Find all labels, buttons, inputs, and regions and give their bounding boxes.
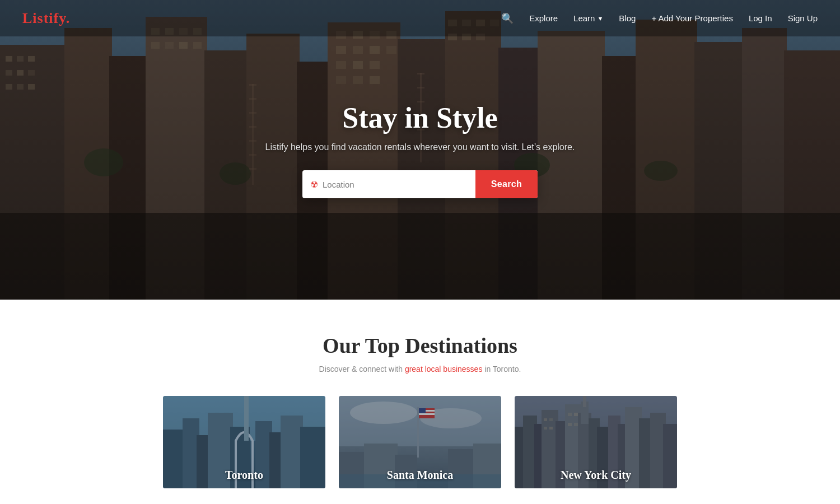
dest-card-nyc[interactable]: New York City (515, 396, 677, 488)
dest-card-toronto[interactable]: Toronto (163, 396, 325, 488)
hero-content: Stay in Style Listify helps you find vac… (0, 0, 840, 300)
brand-logo[interactable]: Listify. (22, 10, 501, 27)
hero-subtitle: Listify helps you find vacation rentals … (265, 142, 575, 152)
chevron-down-icon: ▼ (597, 15, 603, 22)
location-input[interactable] (323, 180, 468, 189)
destination-cards: Toronto (22, 396, 818, 488)
navbar: Listify. 🔍 Explore Learn ▼ Blog + Add Yo… (0, 0, 840, 36)
search-input-wrapper: ☢ (302, 170, 475, 198)
subtitle-highlight: great local businesses (405, 365, 483, 374)
nav-add-properties[interactable]: + Add Your Properties (651, 13, 733, 23)
nav-blog[interactable]: Blog (619, 13, 636, 23)
hero-section: Stay in Style Listify helps you find vac… (0, 0, 840, 300)
logo-text: Listify (22, 10, 66, 26)
nav-learn[interactable]: Learn ▼ (573, 13, 603, 23)
nav-signup[interactable]: Sign Up (788, 13, 818, 23)
nav-login[interactable]: Log In (749, 13, 772, 23)
santa-monica-label: Santa Monica (339, 469, 501, 482)
dest-card-santa-monica[interactable]: Santa Monica (339, 396, 501, 488)
destinations-title: Our Top Destinations (22, 333, 818, 358)
search-icon[interactable]: 🔍 (501, 12, 514, 25)
nav-learn-label: Learn (573, 13, 595, 23)
nyc-label: New York City (515, 469, 677, 482)
search-button[interactable]: Search (475, 170, 538, 198)
nav-explore[interactable]: Explore (529, 13, 558, 23)
toronto-label: Toronto (163, 469, 325, 482)
search-bar: ☢ Search (302, 170, 538, 198)
logo-dot: . (66, 10, 71, 26)
location-icon: ☢ (310, 179, 318, 190)
hero-title: Stay in Style (342, 101, 497, 134)
destinations-section: Our Top Destinations Discover & connect … (0, 300, 840, 504)
nav-links: 🔍 Explore Learn ▼ Blog + Add Your Proper… (501, 12, 818, 25)
destinations-subtitle: Discover & connect with great local busi… (22, 365, 818, 374)
